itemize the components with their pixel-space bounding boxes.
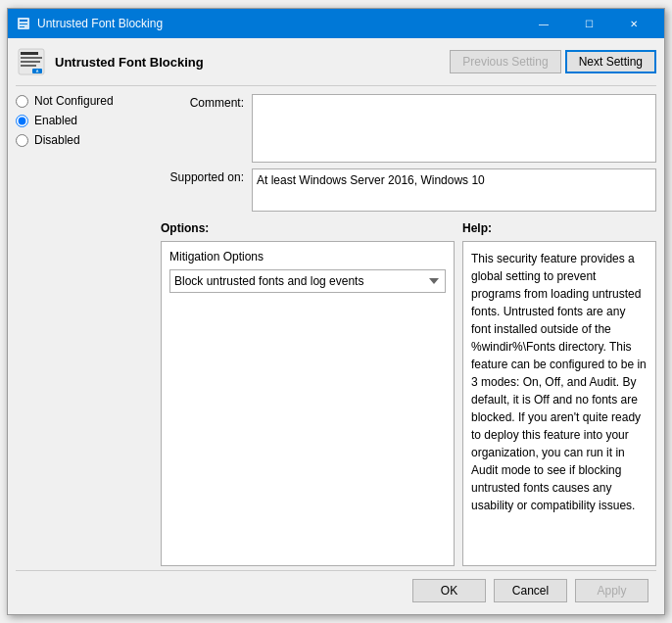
- mitigation-dropdown[interactable]: Block untrusted fonts and log events Do …: [169, 269, 446, 293]
- header-title: Untrusted Font Blocking: [55, 55, 450, 70]
- header-icon: A: [16, 46, 47, 77]
- next-setting-button[interactable]: Next Setting: [565, 50, 656, 73]
- prev-setting-button[interactable]: Previous Setting: [450, 50, 560, 73]
- svg-rect-8: [21, 65, 36, 67]
- main-body: Not Configured Enabled Disabled Comment:: [16, 94, 656, 566]
- options-section-label: Options:: [161, 221, 455, 235]
- close-button[interactable]: ✕: [611, 9, 656, 38]
- radio-disabled-label: Disabled: [34, 133, 80, 147]
- help-box: This security feature provides a global …: [462, 241, 656, 566]
- cancel-button[interactable]: Cancel: [494, 579, 567, 602]
- comment-label: Comment:: [161, 94, 244, 110]
- minimize-button[interactable]: —: [521, 9, 566, 38]
- svg-rect-6: [21, 57, 42, 59]
- svg-rect-2: [20, 24, 27, 24]
- help-text: This security feature provides a global …: [471, 252, 647, 512]
- mitigation-label: Mitigation Options: [169, 250, 446, 264]
- section-labels: Options: Help:: [161, 221, 656, 235]
- help-section-label: Help:: [462, 221, 656, 235]
- window-icon: [16, 16, 31, 31]
- radio-not-configured-input[interactable]: [16, 95, 28, 108]
- radio-enabled-input[interactable]: [16, 115, 28, 127]
- title-controls: — ☐ ✕: [521, 9, 656, 38]
- window-title: Untrusted Font Blocking: [37, 17, 521, 30]
- comment-textarea[interactable]: [252, 94, 656, 163]
- header-buttons: Previous Setting Next Setting: [450, 50, 656, 73]
- svg-rect-1: [20, 20, 27, 22]
- radio-not-configured-label: Not Configured: [34, 94, 114, 108]
- supported-label: Supported on:: [161, 168, 244, 184]
- supported-value: At least Windows Server 2016, Windows 10: [252, 168, 656, 212]
- radio-enabled-label: Enabled: [34, 114, 77, 127]
- main-window: Untrusted Font Blocking — ☐ ✕ A Untrus: [7, 8, 665, 615]
- window-content: A Untrusted Font Blocking Previous Setti…: [8, 38, 664, 614]
- maximize-button[interactable]: ☐: [566, 9, 611, 38]
- options-help-row: Mitigation Options Block untrusted fonts…: [161, 241, 656, 566]
- radio-disabled-input[interactable]: [16, 134, 28, 147]
- options-box: Mitigation Options Block untrusted fonts…: [161, 241, 455, 566]
- svg-rect-3: [20, 26, 24, 27]
- right-form: Comment: Supported on: At least Windows …: [161, 94, 656, 566]
- apply-button[interactable]: Apply: [575, 579, 648, 602]
- footer: OK Cancel Apply: [16, 570, 656, 606]
- svg-text:A: A: [36, 69, 39, 73]
- title-bar: Untrusted Font Blocking — ☐ ✕: [8, 9, 664, 38]
- comment-row: Comment:: [161, 94, 656, 163]
- header-row: A Untrusted Font Blocking Previous Setti…: [16, 46, 656, 86]
- supported-row: Supported on: At least Windows Server 20…: [161, 168, 656, 212]
- radio-not-configured[interactable]: Not Configured: [16, 94, 153, 108]
- svg-rect-7: [21, 61, 40, 63]
- radio-disabled[interactable]: Disabled: [16, 133, 153, 147]
- ok-button[interactable]: OK: [412, 579, 486, 602]
- left-panel: Not Configured Enabled Disabled: [16, 94, 153, 566]
- radio-enabled[interactable]: Enabled: [16, 114, 153, 127]
- svg-rect-5: [21, 52, 38, 55]
